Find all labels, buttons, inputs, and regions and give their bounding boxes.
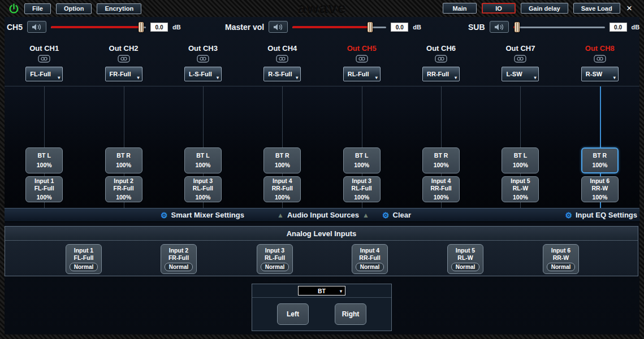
bt-source-button[interactable]: BT L100% [25,147,63,173]
input-eq-settings-button[interactable]: ⚙ Input EQ Settings [565,208,637,221]
bt-source-button[interactable]: BT L100% [343,147,381,173]
link-icon [356,55,368,63]
output-source-dropdown[interactable]: L-S-Full▾ [184,67,222,81]
minimize-button[interactable]: _ [601,0,617,17]
output-source-dropdown[interactable]: FL-Full▾ [25,67,63,81]
link-button[interactable] [594,55,606,63]
input-name: Input 6 [590,177,610,185]
output-source-dropdown[interactable]: L-SW▾ [502,67,539,81]
close-button[interactable]: × [620,0,639,17]
bt-source-label: BT R [593,152,607,159]
link-button[interactable] [118,55,130,63]
nav-io-button[interactable]: IO [482,3,516,14]
bt-source-label: BT L [514,152,527,159]
slider-handle[interactable] [515,22,520,32]
analog-input-mode-button[interactable]: Normal [547,263,575,271]
mixer-column-2: BT R100% Input 2FR-Full100% [84,86,163,208]
analog-input-mode-button[interactable]: Normal [261,263,289,271]
nav-gain-delay-button[interactable]: Gain delay [521,3,568,14]
awave-logo: awave [297,0,346,17]
input-source-button[interactable]: Input 5RL-W100% [502,176,539,202]
encryption-button[interactable]: Encrytion [97,3,141,14]
ch5-db-value[interactable]: 0.0 [150,23,168,32]
master-volume-slider[interactable] [292,21,386,33]
analog-input-5-button[interactable]: Input 5 RL-W Normal [447,244,483,274]
power-button[interactable] [8,3,19,14]
smart-mixer-settings-button[interactable]: ⚙ Smart Mixer Settings [161,208,244,221]
bt-source-button[interactable]: BT L100% [502,147,539,173]
link-button[interactable] [38,55,50,63]
input-source-button[interactable]: Input 3RL-Full100% [343,176,381,202]
dropdown-value: RL-Full [348,71,369,77]
analog-input-2-button[interactable]: Input 2 FR-Full Normal [161,244,197,274]
sub-db-value[interactable]: 0.0 [610,23,627,32]
link-button[interactable] [276,55,288,63]
analog-input-1-button[interactable]: Input 1 FL-Full Normal [66,244,102,274]
bt-source-button-selected[interactable]: BT R100% [581,147,619,173]
output-source-dropdown[interactable]: R-S-Full▾ [263,67,301,81]
analog-input-name: Input 6 [551,247,570,254]
input-source-button[interactable]: Input 3RL-Full100% [184,176,222,202]
analog-input-mode-button[interactable]: Normal [356,263,384,271]
sub-mute-button[interactable] [490,21,509,33]
analog-input-source: RR-W [553,254,569,262]
bt-source-button[interactable]: BT R100% [422,147,460,173]
bt-left-button[interactable]: Left [277,303,309,325]
dropdown-value: R-S-Full [268,71,292,77]
analog-input-6-button[interactable]: Input 6 RR-W Normal [543,244,579,274]
input-source-button[interactable]: Input 4RR-Full100% [263,176,301,202]
analog-panel-title: Analog Level Inputs [5,227,638,241]
bt-source-button[interactable]: BT R100% [263,147,301,173]
speaker-icon [273,24,283,31]
analog-input-mode-button[interactable]: Normal [165,263,193,271]
smart-mixer-settings-label: Smart Mixer Settings [171,211,244,219]
chevron-down-icon: ▾ [455,75,457,80]
analog-input-mode-button[interactable]: Normal [451,263,479,271]
link-button[interactable] [356,55,368,63]
bt-source-button[interactable]: BT L100% [184,147,222,173]
input-source: RR-W [592,185,608,192]
analog-input-4-button[interactable]: Input 4 RR-Full Normal [352,244,388,274]
master-db-value[interactable]: 0.0 [391,23,408,32]
analog-input-source: RR-Full [359,254,380,262]
link-button[interactable] [514,55,526,63]
chevron-down-icon: ▾ [340,289,342,294]
output-source-dropdown[interactable]: RL-Full▾ [343,67,381,81]
file-button[interactable]: File [24,3,51,14]
output-source-dropdown[interactable]: R-SW▾ [581,67,619,81]
output-channel-3: Out CH3 L-S-Full▾ [163,44,243,86]
sub-volume-slider[interactable] [513,21,605,33]
slider-handle[interactable] [368,22,373,32]
ch5-volume-slider[interactable] [51,21,146,33]
input-source-button[interactable]: Input 4RR-Full100% [422,176,460,202]
output-channel-1: Out CH1 FL-Full▾ [5,44,84,86]
input-name: Input 4 [273,177,292,185]
bt-source-dropdown[interactable]: BT ▾ [298,286,345,295]
output-source-dropdown[interactable]: FR-Full▾ [105,67,142,81]
input-source-button[interactable]: Input 6RR-W100% [581,176,619,202]
link-button[interactable] [435,55,447,63]
slider-handle[interactable] [139,22,144,32]
clear-button[interactable]: ⚙ Clear [382,208,411,221]
option-button[interactable]: Option [56,3,92,14]
bt-source-button[interactable]: BT R100% [105,147,142,173]
link-button[interactable] [197,55,209,63]
bt-right-button[interactable]: Right [335,303,366,325]
link-icon [38,55,50,63]
bt-source-level: 100% [354,162,369,169]
input-source-button[interactable]: Input 1FL-Full100% [25,176,63,202]
analog-input-mode-button[interactable]: Normal [70,263,98,271]
dropdown-value: R-SW [586,71,602,77]
output-source-dropdown[interactable]: RR-Full▾ [422,67,460,81]
analog-input-3-button[interactable]: Input 3 RL-Full Normal [257,244,293,274]
bt-dropdown-value: BT [318,288,326,294]
master-mute-button[interactable] [269,21,288,33]
analog-input-name: Input 1 [74,247,93,254]
ch5-mute-button[interactable] [27,21,46,33]
input-source-button[interactable]: Input 2FR-Full100% [105,176,142,202]
nav-main-button[interactable]: Main [443,3,477,14]
mixer-column-4: BT R100% Input 4RR-Full100% [243,86,322,208]
analog-inputs-panel: Analog Level Inputs Input 1 FL-Full Norm… [5,226,638,276]
input-level: 100% [116,194,131,201]
audio-input-sources-label[interactable]: ▲ Audio Input Sources ▲ [277,208,369,221]
